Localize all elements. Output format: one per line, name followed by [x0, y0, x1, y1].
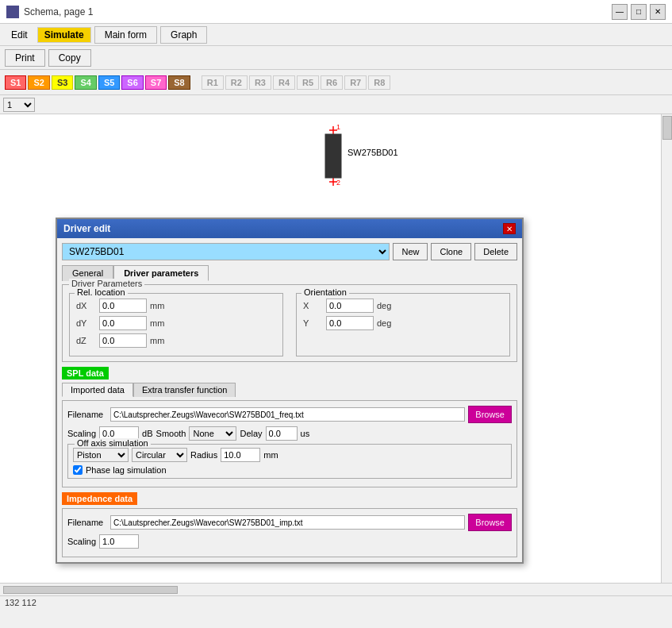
stab-r4[interactable]: R4	[273, 75, 295, 90]
orient-y-unit: deg	[377, 318, 397, 328]
orient-x-input[interactable]	[326, 299, 374, 313]
tab-extra-transfer[interactable]: Extra transfer function	[133, 383, 236, 397]
stab-s7[interactable]: S7	[145, 75, 167, 90]
page-select[interactable]: 1	[3, 98, 35, 112]
close-button[interactable]: ✕	[650, 4, 666, 20]
smooth-select[interactable]: None 1/3 1/6 1/12	[189, 426, 236, 441]
maximize-button[interactable]: □	[631, 4, 647, 20]
spl-filename-row: Filename Browse	[67, 406, 512, 423]
copy-button[interactable]: Copy	[48, 49, 91, 67]
status-bar: 132 112	[0, 595, 672, 611]
inner-tabs: Imported data Extra transfer function	[62, 383, 517, 397]
stab-s1[interactable]: S1	[5, 75, 26, 90]
dialog-close-button[interactable]: ✕	[503, 223, 516, 234]
radius-input[interactable]	[221, 448, 260, 462]
smooth-label: Smooth	[156, 429, 186, 438]
scrollbar-vertical[interactable]	[661, 114, 672, 583]
spl-filename-input[interactable]	[110, 407, 465, 422]
dx-input[interactable]	[99, 299, 147, 313]
menu-edit[interactable]: Edit	[5, 28, 34, 42]
delete-button[interactable]: Delete	[474, 243, 517, 260]
stab-s2[interactable]: S2	[28, 75, 49, 90]
stab-s5[interactable]: S5	[98, 75, 120, 90]
canvas-area: 1 2 SW275BD01 Driver edit ✕ SW275BD01 Ne…	[0, 114, 672, 583]
minimize-button[interactable]: —	[612, 4, 628, 20]
menu-simulate[interactable]: Simulate	[37, 27, 91, 43]
dy-unit: mm	[150, 318, 170, 328]
scaling-label: Scaling	[67, 429, 96, 438]
stab-s6[interactable]: S6	[121, 75, 143, 90]
stab-r2[interactable]: R2	[225, 75, 248, 90]
imp-scaling-row: Scaling	[67, 534, 512, 549]
tab-imported-data[interactable]: Imported data	[62, 383, 133, 397]
offaxis-label: Off axis simulation	[75, 438, 151, 448]
orient-y-row: Y deg	[303, 316, 501, 330]
stab-r3[interactable]: R3	[249, 75, 271, 90]
rel-location-label: Rel. location	[75, 287, 128, 297]
spl-tab-content: Filename Browse Scaling dB Smooth None 1…	[62, 400, 517, 487]
stabs-row: S1 S2 S3 S4 S5 S6 S7 S8 R1 R2 R3 R4 R5 R…	[0, 70, 672, 95]
dy-label: dY	[76, 318, 96, 328]
menu-main-form[interactable]: Main form	[94, 26, 157, 44]
circular-select[interactable]: Circular Rectangular	[132, 448, 187, 462]
phase-lag-checkbox[interactable]	[73, 465, 83, 475]
driver-selector-row: SW275BD01 New Clone Delete	[62, 243, 517, 260]
dx-label: dX	[76, 301, 96, 310]
driver-dropdown[interactable]: SW275BD01	[62, 243, 390, 260]
spl-browse-button[interactable]: Browse	[468, 406, 512, 423]
orient-y-input[interactable]	[326, 316, 374, 330]
dx-row: dX mm	[76, 299, 275, 313]
scrollbar-h-thumb[interactable]	[3, 586, 178, 594]
orient-x-row: X deg	[303, 299, 501, 313]
imp-filename-input[interactable]	[110, 515, 465, 530]
menu-graph[interactable]: Graph	[160, 26, 207, 44]
clone-button[interactable]: Clone	[431, 243, 471, 260]
delay-unit: us	[301, 429, 310, 438]
stab-r7[interactable]: R7	[344, 75, 367, 90]
imp-filename-row: Filename Browse	[67, 514, 512, 531]
speaker-diagram: 1 2 SW275BD01	[301, 122, 397, 204]
toolbar: Print Copy	[0, 46, 672, 70]
orient-x-label: X	[303, 301, 323, 310]
scrollbar-v-thumb[interactable]	[662, 116, 672, 140]
title-bar: Schema, page 1 — □ ✕	[0, 0, 672, 24]
spl-filename-label: Filename	[67, 410, 107, 419]
stab-s4[interactable]: S4	[75, 75, 96, 90]
window-title: Schema, page 1	[24, 6, 93, 17]
driver-params-group: Driver Parameters Rel. location dX mm dY	[62, 284, 517, 362]
phase-lag-row: Phase lag simulation	[73, 465, 506, 475]
stab-r1[interactable]: R1	[202, 75, 224, 90]
phase-lag-label: Phase lag simulation	[86, 465, 167, 475]
stab-r6[interactable]: R6	[321, 75, 343, 90]
orient-y-label: Y	[303, 318, 323, 328]
imp-scaling-label: Scaling	[67, 537, 96, 546]
delay-label: Delay	[240, 429, 262, 438]
dx-unit: mm	[150, 301, 170, 310]
spl-header: SPL data	[62, 367, 109, 379]
svg-text:1: 1	[336, 123, 340, 131]
imp-header: Impedance data	[62, 492, 137, 505]
speaker-label: SW275BD01	[348, 148, 398, 157]
imp-browse-button[interactable]: Browse	[468, 514, 512, 531]
new-button[interactable]: New	[393, 243, 428, 260]
status-coords: 132 112	[5, 598, 36, 607]
print-button[interactable]: Print	[5, 49, 45, 67]
stab-r8[interactable]: R8	[368, 75, 390, 90]
stab-r5[interactable]: R5	[297, 75, 319, 90]
stab-s3[interactable]: S3	[52, 75, 73, 90]
scaling-db-unit: dB	[142, 429, 152, 438]
impedance-section: Impedance data Filename Browse Scaling	[62, 492, 517, 557]
dy-row: dY mm	[76, 316, 275, 330]
orient-x-unit: deg	[377, 301, 397, 310]
piston-select[interactable]: Piston Cone Dome	[73, 448, 129, 462]
dy-input[interactable]	[99, 316, 147, 330]
speaker-svg: 1 2	[301, 122, 397, 202]
svg-text:2: 2	[336, 179, 340, 187]
spl-section: SPL data Imported data Extra transfer fu…	[62, 367, 517, 487]
imp-scaling-input[interactable]	[99, 534, 139, 549]
dz-input[interactable]	[99, 333, 147, 348]
delay-input[interactable]	[266, 426, 298, 441]
dz-label: dZ	[76, 336, 96, 345]
stab-s8[interactable]: S8	[168, 75, 190, 90]
imp-filename-label: Filename	[67, 518, 107, 527]
